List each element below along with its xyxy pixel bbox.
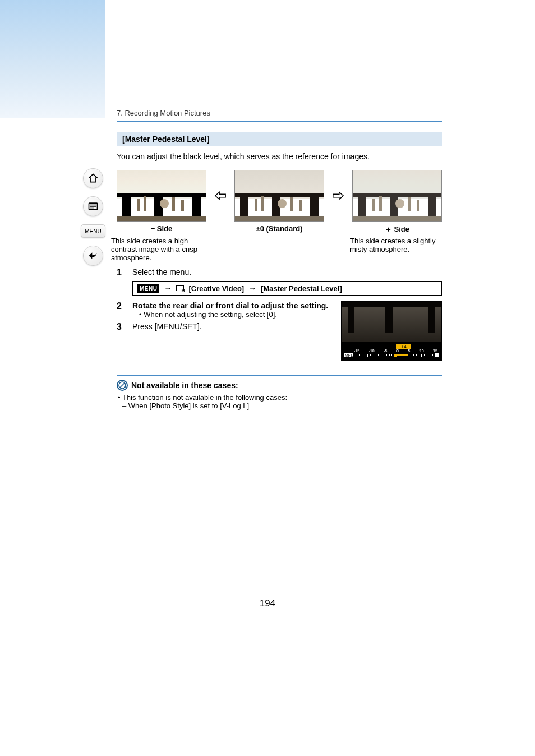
example-image-standard xyxy=(234,170,324,222)
page-number: 194 xyxy=(0,598,535,609)
list-icon xyxy=(87,201,99,212)
label-standard: ±0 (Standard) xyxy=(234,224,324,234)
example-image-plus xyxy=(352,170,442,222)
not-available-bullet: • This function is not available in the … xyxy=(118,393,442,402)
step-3-title: Press [MENU/SET]. xyxy=(132,322,335,332)
step-3: 3 Press [MENU/SET]. xyxy=(117,322,335,332)
example-images-row xyxy=(117,170,442,222)
preview-mpl-label: MPL xyxy=(344,353,354,358)
not-available-icon xyxy=(117,380,128,391)
desc-minus: This side creates a high contrast image … xyxy=(111,237,209,262)
menu-button-label: MENU xyxy=(85,228,101,234)
return-icon xyxy=(434,352,440,358)
preview-screen: +4 MPL -15 -10 -5 0 5 10 15 xyxy=(341,301,442,361)
not-available-section: Not available in these cases: • This fun… xyxy=(117,375,442,410)
arrow-right-icon xyxy=(332,191,344,201)
menu-button[interactable]: MENU xyxy=(81,224,105,238)
step-2-sub: • When not adjusting the setting, select… xyxy=(139,310,335,319)
back-button[interactable] xyxy=(83,246,103,266)
example-labels-row: − Side ±0 (Standard) ＋ Side xyxy=(117,224,442,234)
step-2-num: 2 xyxy=(117,301,132,319)
step-1-title: Select the menu. xyxy=(132,268,442,278)
label-plus: ＋ Side xyxy=(352,224,442,234)
arrow-right xyxy=(330,170,347,222)
page-content: 7. Recording Motion Pictures [Master Ped… xyxy=(117,109,442,410)
desc-plus: This side creates a slightly misty atmos… xyxy=(350,237,442,262)
not-available-title: Not available in these cases: xyxy=(131,381,238,390)
step-1: 1 Select the menu. xyxy=(117,268,442,278)
step-1-num: 1 xyxy=(117,268,132,278)
arrow-left xyxy=(212,170,229,222)
path-seg-2: [Master Pedestal Level] xyxy=(261,284,342,293)
example-image-minus xyxy=(117,170,206,222)
step-3-num: 3 xyxy=(117,322,132,332)
preview-scale xyxy=(354,354,437,357)
intro-text: You can adjust the black level, which se… xyxy=(117,152,442,161)
toc-button[interactable] xyxy=(83,196,103,216)
not-available-sub: – When [Photo Style] is set to [V-Log L] xyxy=(122,402,442,410)
creative-video-icon xyxy=(176,285,184,291)
path-arrow-1: → xyxy=(164,284,172,293)
home-button[interactable] xyxy=(83,168,103,188)
menu-tag: MENU xyxy=(137,284,159,293)
sidebar-nav: MENU xyxy=(83,168,105,274)
path-seg-1: [Creative Video] xyxy=(188,284,244,293)
preview-tick-labels: -15 -10 -5 0 5 10 15 xyxy=(354,349,437,353)
menu-path: MENU → [Creative Video] → [Master Pedest… xyxy=(132,281,442,296)
arrow-left-icon xyxy=(214,191,227,201)
path-arrow-2: → xyxy=(248,284,256,293)
home-icon xyxy=(87,173,99,184)
example-desc-row: This side creates a high contrast image … xyxy=(117,237,442,262)
steps-and-preview: 2 Rotate the rear dial or front dial to … xyxy=(117,301,442,361)
step-2: 2 Rotate the rear dial or front dial to … xyxy=(117,301,335,319)
back-arrow-icon xyxy=(87,250,99,261)
label-minus: − Side xyxy=(117,224,206,234)
section-title: [Master Pedestal Level] xyxy=(117,132,442,146)
top-gradient xyxy=(0,0,105,118)
step-2-title: Rotate the rear dial or front dial to ad… xyxy=(132,301,335,310)
breadcrumb: 7. Recording Motion Pictures xyxy=(117,109,442,122)
